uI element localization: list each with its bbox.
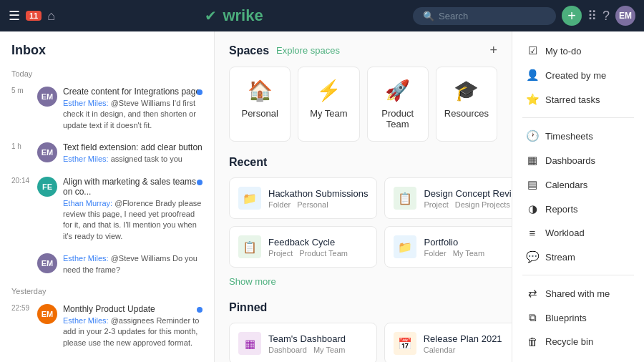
workload-icon: ≡ xyxy=(525,227,540,239)
add-button[interactable]: + xyxy=(562,6,582,26)
nav-center: ✔ wrike xyxy=(62,6,406,25)
search-icon: 🔍 xyxy=(423,11,434,21)
pinned-type: Calendar xyxy=(424,346,456,354)
sidebar-item-calendars[interactable]: ▤ Calendars xyxy=(515,172,641,197)
sidebar-item-dashboards[interactable]: ▦ Dashboards xyxy=(515,148,641,172)
pinned-grid: ▦ Team's Dashboard Dashboard My Team 📅 R… xyxy=(229,323,497,362)
space-card-myteam[interactable]: ⚡ My Team xyxy=(298,67,359,142)
search-bar[interactable]: 🔍 xyxy=(413,7,556,25)
space-label: Product Team xyxy=(375,108,421,129)
stream-icon: 💬 xyxy=(525,250,540,263)
inbox-item-text: Esther Miles: assigned task to you xyxy=(63,154,203,165)
recent-meta: Project Design Projects xyxy=(424,200,512,209)
explore-spaces-link[interactable]: Explore spaces xyxy=(276,45,340,56)
inbox-scroll: Today 5 m EM Create content for Integrat… xyxy=(0,64,214,362)
space-card-resources[interactable]: 🎓 Resources xyxy=(436,67,497,142)
pinned-info: Team's Dashboard Dashboard My Team xyxy=(268,333,368,354)
spaces-title: Spaces xyxy=(229,44,269,57)
inbox-title: Inbox xyxy=(0,31,214,64)
productteam-icon: 🚀 xyxy=(385,79,410,102)
inbox-time: 22:59 xyxy=(11,304,31,348)
recent-info: Feedback Cycle Project Product Team xyxy=(268,237,368,258)
inbox-item[interactable]: 22:59 EM Monthly Product Update Esther M… xyxy=(6,298,208,354)
recent-header: Recent xyxy=(229,156,497,169)
space-card-personal[interactable]: 🏠 Personal xyxy=(229,67,291,142)
avatar: EM xyxy=(37,87,57,107)
recent-grid: 📁 Hackathon Submissions Folder Personal … xyxy=(229,177,497,268)
space-label: My Team xyxy=(310,108,348,119)
sidebar-item-timesheets[interactable]: 🕐 Timesheets xyxy=(515,124,641,148)
sidebar-item-blueprints[interactable]: ⧉ Blueprints xyxy=(515,305,641,330)
sidebar-divider xyxy=(522,117,634,118)
recent-meta: Folder My Team xyxy=(424,249,512,258)
sidebar-label: Shared with me xyxy=(545,288,610,299)
sidebar-item-stream[interactable]: 💬 Stream xyxy=(515,245,641,269)
myteam-icon: ⚡ xyxy=(316,79,341,102)
inbox-item-text: Ethan Murray: @Florence Brady please rev… xyxy=(63,198,203,243)
inbox-item[interactable]: 5 m EM Create content for Integrations p… xyxy=(6,81,208,137)
avatar: EM xyxy=(37,253,57,273)
recent-name: Hackathon Submissions xyxy=(268,188,368,199)
unread-dot xyxy=(197,180,203,185)
sidebar-item-workload[interactable]: ≡ Workload xyxy=(515,221,641,245)
sidebar-item-shared[interactable]: ⇄ Shared with me xyxy=(515,281,641,305)
recent-parent: Personal xyxy=(297,200,328,209)
show-more-link[interactable]: Show more xyxy=(229,273,497,290)
sidebar-label: Reports xyxy=(545,204,578,215)
sidebar-label: Created by me xyxy=(545,70,606,81)
wrike-checkmark-icon: ✔ xyxy=(205,7,217,24)
hamburger-icon[interactable]: ☰ xyxy=(9,8,20,24)
avatar: EM xyxy=(37,304,57,324)
recent-name: Feedback Cycle xyxy=(268,237,368,248)
recent-type: Folder xyxy=(268,200,291,209)
mention: Esther Miles: xyxy=(63,254,109,263)
calendars-icon: ▤ xyxy=(525,178,540,191)
recent-card[interactable]: 📁 Hackathon Submissions Folder Personal xyxy=(229,177,377,219)
mention: Esther Miles: xyxy=(63,99,109,107)
blueprints-icon: ⧉ xyxy=(525,311,540,324)
grid-icon[interactable]: ⠿ xyxy=(587,8,597,24)
sidebar-label: Calendars xyxy=(545,180,587,190)
notification-badge[interactable]: 11 xyxy=(26,11,42,21)
inbox-item-text: Esther Miles: @Steve Williams Do you nee… xyxy=(63,253,203,275)
reports-icon: ◑ xyxy=(525,202,540,215)
spaces-header: Spaces Explore spaces + xyxy=(229,43,497,58)
inbox-panel: Inbox Today 5 m EM Create content for In… xyxy=(0,31,215,362)
sidebar-item-starred[interactable]: ⭐ Starred tasks xyxy=(515,87,641,112)
inbox-item[interactable]: 1 h EM Text field extension: add clear b… xyxy=(6,137,208,170)
pinned-card[interactable]: 📅 Release Plan 2021 Calendar xyxy=(384,323,512,362)
pinned-card[interactable]: ▦ Team's Dashboard Dashboard My Team xyxy=(229,323,377,362)
space-label: Resources xyxy=(444,108,489,119)
recent-parent: My Team xyxy=(453,249,484,258)
mention: Esther Miles: xyxy=(63,316,109,325)
recycle-icon: 🗑 xyxy=(525,336,540,348)
inbox-item-text: Esther Miles: @Steve Williams I'd first … xyxy=(63,98,203,131)
recent-card[interactable]: 📁 Portfolio Folder My Team xyxy=(384,226,512,268)
recent-card[interactable]: 📋 Feedback Cycle Project Product Team xyxy=(229,226,377,268)
help-icon[interactable]: ? xyxy=(602,9,610,24)
home-icon[interactable]: ⌂ xyxy=(47,9,55,24)
pinned-meta: Dashboard My Team xyxy=(268,346,368,354)
avatar: EM xyxy=(37,142,57,162)
space-card-productteam[interactable]: 🚀 Product Team xyxy=(367,67,429,142)
sidebar-item-todo[interactable]: ☑ My to-do xyxy=(515,39,641,63)
search-input[interactable] xyxy=(439,11,553,21)
center-panel: Spaces Explore spaces + 🏠 Personal ⚡ My … xyxy=(215,31,512,362)
inbox-content: Esther Miles: @Steve Williams Do you nee… xyxy=(63,253,203,275)
inbox-item[interactable]: 20:14 FE Align with marketing & sales te… xyxy=(6,171,208,248)
starred-icon: ⭐ xyxy=(525,93,540,106)
sidebar-item-recycle[interactable]: 🗑 Recycle bin xyxy=(515,330,641,353)
user-avatar[interactable]: EM xyxy=(615,6,635,26)
recent-card[interactable]: 📋 Design Concept Review Project Design P… xyxy=(384,177,512,219)
pinned-meta: Calendar xyxy=(424,346,512,354)
inbox-item[interactable]: EM Esther Miles: @Steve Williams Do you … xyxy=(6,248,208,281)
sidebar-item-reports[interactable]: ◑ Reports xyxy=(515,197,641,221)
sidebar-item-created-by-me[interactable]: 👤 Created by me xyxy=(515,63,641,87)
inbox-content: Monthly Product Update Esther Miles: @as… xyxy=(63,304,203,348)
sidebar-label: Starred tasks xyxy=(545,94,600,105)
spaces-add-icon[interactable]: + xyxy=(489,43,497,58)
unread-dot xyxy=(197,307,203,313)
calendar-icon: 📅 xyxy=(394,332,416,355)
inbox-content: Create content for Integrations page Est… xyxy=(63,87,203,131)
project-icon: 📋 xyxy=(394,187,416,210)
